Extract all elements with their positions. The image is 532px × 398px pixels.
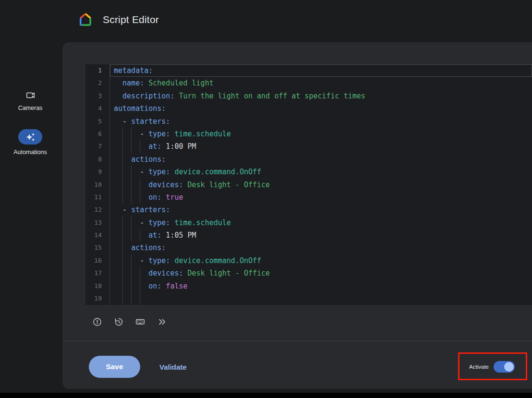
problems-icon [92,317,102,327]
indent-guide [131,267,132,279]
code-line-1[interactable]: 1metadata: [85,64,532,77]
page-title: Script Editor [103,14,159,25]
indent-guide [122,280,123,292]
indent-guide [122,267,123,279]
camera-icon [25,90,36,100]
code-line-14[interactable]: 14 at: 1:05 PM [85,229,532,241]
code-line-16[interactable]: 16 - type: device.command.OnOff [85,254,532,267]
indent-guide [140,280,140,292]
activate-toggle[interactable] [494,361,515,373]
code-line-8[interactable]: 8 actions: [85,153,532,166]
line-number: 13 [85,217,109,229]
code-text: devices: Desk light - Office [109,179,532,191]
code-text [109,292,532,305]
code-line-5[interactable]: 5 - starters: [85,115,532,128]
code-line-17[interactable]: 17 devices: Desk light - Office [85,267,532,279]
indent-guide [122,191,123,204]
line-number: 19 [85,292,109,305]
indent-guide [131,280,132,292]
line-number: 4 [85,102,109,115]
sidebar-item-label: Cameras [18,105,43,111]
indent-guide [122,292,123,305]
line-number: 9 [85,166,109,178]
line-number: 2 [85,77,109,89]
validate-button[interactable]: Validate [157,362,190,372]
code-line-10[interactable]: 10 devices: Desk light - Office [85,179,532,191]
code-line-3[interactable]: 3 description: Turn the light on and off… [85,90,532,102]
code-text: devices: Desk light - Office [109,267,532,279]
indent-guide [122,128,123,140]
indent-guide [122,229,123,241]
indent-guide [122,254,123,267]
indent-guide [122,217,123,229]
activate-label: Activate [469,364,489,370]
indent-guide [140,229,140,241]
line-number: 5 [85,115,109,128]
code-line-11[interactable]: 11 on: true [85,191,532,204]
indent-guide [131,140,132,153]
history-icon [114,317,124,327]
sidebar-item-automations[interactable]: Automations [0,129,60,156]
indent-guide [140,140,140,153]
line-number: 7 [85,140,109,153]
code-text: - type: device.command.OnOff [109,166,532,178]
indent-guide [131,229,132,241]
footer-divider [62,341,532,341]
code-text: on: false [109,280,532,292]
code-line-4[interactable]: 4automations: [85,102,532,115]
indent-guide [122,166,123,178]
code-text: description: Turn the light on and off a… [109,90,532,102]
code-line-2[interactable]: 2 name: Scheduled light [85,77,532,89]
bottom-black-bar [0,393,532,398]
sidebar-item-label: Automations [13,149,47,156]
code-line-13[interactable]: 13 - type: time.schedule [85,217,532,229]
footer-actions: Save Validate Activate [89,354,515,379]
code-text: on: true [109,191,532,204]
code-text: - starters: [109,204,532,216]
indent-guide [131,166,132,178]
line-number: 12 [85,204,109,216]
code-line-12[interactable]: 12 - starters: [85,204,532,216]
code-text: - starters: [109,115,532,128]
code-line-9[interactable]: 9 - type: device.command.OnOff [85,166,532,178]
line-number: 17 [85,267,109,279]
line-number: 14 [85,229,109,241]
indent-guide [122,179,123,191]
code-editor[interactable]: 1metadata:2 name: Scheduled light3 descr… [85,64,532,305]
google-home-logo-icon [78,12,93,27]
problems-button[interactable] [89,314,105,329]
automations-active-pill [18,129,42,145]
code-text: automations: [109,102,532,115]
code-lines: 1metadata:2 name: Scheduled light3 descr… [85,64,532,305]
history-button[interactable] [111,314,126,329]
more-tools-button[interactable] [154,314,169,329]
indent-guide [131,254,132,267]
sidebar-item-cameras[interactable]: Cameras [0,90,60,111]
code-line-7[interactable]: 7 at: 1:00 PM [85,140,532,153]
indent-guide [122,140,123,153]
indent-guide [122,153,123,166]
indent-guide [140,267,140,279]
keyboard-button[interactable] [133,314,148,329]
indent-guide [140,179,140,191]
double-chevron-icon [157,317,167,327]
code-line-19[interactable]: 19 [85,292,532,305]
code-text: actions: [109,153,532,166]
indent-guide [140,191,140,204]
keyboard-icon [135,316,145,327]
sparkle-icon [26,133,35,142]
app-header: Script Editor [0,0,532,42]
code-line-6[interactable]: 6 - type: time.schedule [85,128,532,140]
indent-guide [131,179,132,191]
line-number: 6 [85,128,109,140]
editor-card: 1metadata:2 name: Scheduled light3 descr… [62,42,532,389]
save-button[interactable]: Save [89,356,140,378]
code-line-18[interactable]: 18 on: false [85,280,532,292]
code-line-15[interactable]: 15 actions: [85,241,532,254]
code-text: name: Scheduled light [109,77,532,89]
code-text: metadata: [109,64,532,77]
indent-guide [131,217,132,229]
line-number: 18 [85,280,109,292]
line-number: 15 [85,241,109,254]
editor-toolbar [89,314,169,329]
